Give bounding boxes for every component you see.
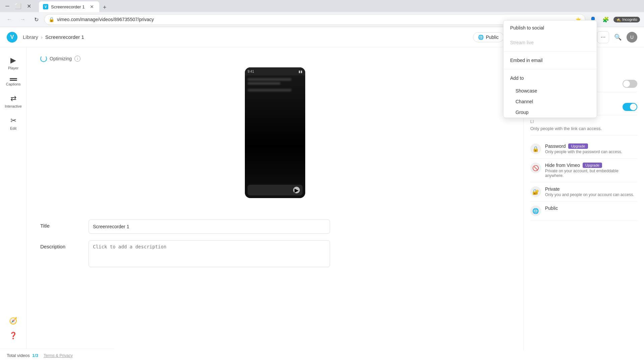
sidebar-item-captions[interactable]: Captions [1,75,25,89]
privacy-option-password: 🔒 Password Upgrade Only people with the … [530,139,637,159]
terms-privacy-link[interactable]: Terms & Privacy [44,353,73,358]
sidebar-item-player[interactable]: ▶ Player [1,53,25,73]
compass-icon: 🧭 [9,317,17,325]
dropdown-item-add-to[interactable]: Add to [503,71,597,85]
sidebar-item-interactive[interactable]: ⇄ Interactive [1,91,25,112]
globe-icon: 🌐 [478,35,484,40]
breadcrumb: Library › Screenrecorder 1 [23,34,84,40]
maximize-button[interactable]: ⬜ [13,1,23,11]
close-button[interactable]: ✕ [24,1,34,11]
public-icon: 🌐 [530,205,541,216]
privacy-option-private: 🔐 Private Only you and people on your ac… [530,182,637,201]
dropdown-item-showcase[interactable]: Showcase [503,85,597,96]
reload-button[interactable]: ↻ [31,14,42,25]
info-icon[interactable]: i [74,56,80,62]
privacy-option-hide: 🚫 Hide from Vimeo Upgrade Private on you… [530,159,637,182]
active-tab[interactable]: V Screenrecorder 1 ✕ [39,1,99,12]
divider-3 [530,135,637,135]
help-button[interactable]: ❓ [7,329,20,342]
help-icon: ❓ [9,331,17,340]
sidebar-item-edit[interactable]: ✂ Edit [1,113,25,134]
optimizing-banner: Optimizing i [40,55,510,62]
link-section-label: Li [530,119,637,124]
video-blur-3 [248,89,291,92]
public-button[interactable]: 🌐 Public [473,32,503,42]
title-input[interactable] [89,220,330,234]
password-upgrade-badge[interactable]: Upgrade [568,143,588,149]
password-icon: 🔒 [530,143,541,154]
dropdown-item-group[interactable]: Group [503,107,597,118]
captions-icon [10,78,17,81]
hide-icon: 🚫 [530,163,541,173]
private-desc: Only you and people on your account can … [545,192,637,197]
incognito-badge: 🕵 Incognito [613,17,640,22]
hide-desc: Private on your account, but embeddable … [545,169,637,178]
group-label: Group [516,110,529,115]
public-title: Public [545,205,637,211]
video-content [245,75,305,131]
sidebar-item-player-label: Player [8,66,18,70]
title-form-row: Title [40,220,510,234]
video-bottom-bar: ▶ [248,185,303,195]
hide-upgrade-badge[interactable]: Upgrade [583,163,602,168]
dropdown-divider-2 [503,69,597,69]
extensions-button[interactable]: 🧩 [601,14,611,24]
sidebar-item-edit-label: Edit [10,126,16,130]
password-content: Password Upgrade Only people with the pa… [545,143,637,154]
title-label: Title [40,220,80,229]
browser-titlebar: ─ ⬜ ✕ V Screenrecorder 1 ✕ + [0,0,644,12]
stream-live-label: Stream live [510,40,534,45]
private-title: Private [545,186,637,192]
back-button[interactable]: ← [4,14,15,25]
url-text: vimeo.com/manage/videos/896735507/privac… [57,17,573,22]
breadcrumb-library[interactable]: Library [23,34,38,40]
publish-social-label: Publish to social [510,25,544,31]
content-area: Optimizing i 9:41▮▮ [27,47,523,350]
password-title: Password Upgrade [545,143,637,149]
video-top-bar: 9:41▮▮ [245,67,305,75]
new-tab-button[interactable]: + [100,3,109,12]
minimize-button[interactable]: ─ [3,1,12,11]
breadcrumb-current: Screenrecorder 1 [45,34,84,40]
compass-button[interactable]: 🧭 [7,314,20,327]
vimeo-logo[interactable]: V [7,32,17,43]
tab-close-button[interactable]: ✕ [89,3,95,10]
total-videos-count: 1/3 [31,353,38,358]
breadcrumb-separator: › [41,34,43,40]
description-form-row: Description [40,240,510,267]
private-content: Private Only you and people on your acco… [545,186,637,197]
people-toggle[interactable] [623,103,637,111]
total-videos-label: Total videos 1/3 [7,353,38,358]
link-section: Li Only people with the link can access. [530,119,637,131]
description-label: Description [40,240,80,249]
tab-favicon: V [43,4,48,9]
optimizing-text: Optimizing [50,56,72,61]
sidebar-item-captions-label: Captions [6,82,20,86]
video-dark-area [245,131,305,182]
more-options-button[interactable]: ··· [597,31,609,43]
search-button[interactable]: 🔍 [612,31,624,43]
description-textarea[interactable] [89,240,330,267]
dropdown-item-channel[interactable]: Channel [503,96,597,107]
publish-dropdown: Publish to social Stream live Embed in e… [503,20,597,118]
sidebar: ▶ Player Captions ⇄ Interactive ✂ Edit [0,47,27,350]
dropdown-item-publish-social[interactable]: Publish to social [503,20,597,35]
video-blur-2 [248,82,280,85]
video-play-button[interactable]: ▶ [293,187,300,193]
interactive-icon: ⇄ [10,94,16,103]
hide-content: Hide from Vimeo Upgrade Private on your … [545,163,637,178]
browser-window-controls: ─ ⬜ ✕ [3,1,34,11]
showcase-label: Showcase [516,88,537,94]
forward-button[interactable]: → [17,14,28,25]
allow-toggle[interactable] [623,80,637,88]
sidebar-bottom: 🧭 ❓ [7,314,20,345]
optimizing-spinner [40,55,47,62]
total-videos-bar: Total videos 1/3 Terms & Privacy [0,349,114,362]
tab-bar: V Screenrecorder 1 ✕ + [36,0,112,12]
tab-title: Screenrecorder 1 [51,4,85,9]
avatar[interactable]: U [627,32,637,43]
embed-email-label: Embed in email [510,58,543,63]
dropdown-item-embed-email[interactable]: Embed in email [503,53,597,68]
player-icon: ▶ [10,56,16,65]
video-preview: 9:41▮▮ ▶ [245,67,305,198]
